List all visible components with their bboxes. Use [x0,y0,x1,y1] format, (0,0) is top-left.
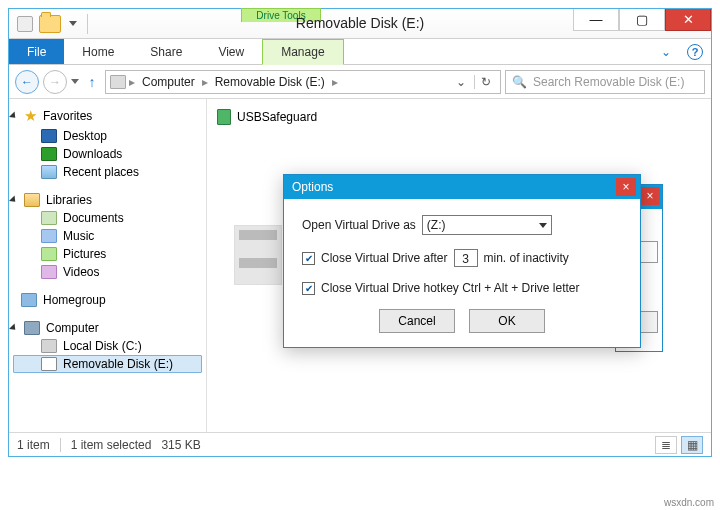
tab-manage[interactable]: Manage [262,39,343,65]
help-icon[interactable]: ? [687,44,703,60]
forward-button[interactable]: → [43,70,67,94]
breadcrumb-computer[interactable]: Computer [138,75,199,89]
sidebar-libraries[interactable]: Libraries [9,191,206,209]
videos-icon [41,265,57,279]
properties-icon[interactable] [17,16,33,32]
hotkey-checkbox[interactable]: ✔ [302,282,315,295]
close-icon[interactable]: × [616,178,636,196]
libraries-icon [24,193,40,207]
options-dialog: Options × Open Virtual Drive as (Z:) ✔ C… [283,174,641,348]
tab-view[interactable]: View [200,39,262,64]
sidebar-favorites[interactable]: ★Favorites [9,105,206,127]
usb-drive-icon [41,357,57,371]
search-placeholder: Search Removable Disk (E:) [533,75,684,89]
computer-icon [24,321,40,335]
drive-icon [110,75,126,89]
sidebar-item-documents[interactable]: Documents [9,209,206,227]
downloads-icon [41,147,57,161]
application-icon [217,109,231,125]
drive-letter-value: (Z:) [427,218,446,232]
expand-ribbon-icon[interactable]: ⌄ [653,39,679,64]
status-selection: 1 item selected [71,438,152,452]
history-dropdown-icon[interactable] [71,79,79,84]
homegroup-icon [21,293,37,307]
details-view-button[interactable]: ≣ [655,436,677,454]
breadcrumb-current[interactable]: Removable Disk (E:) [211,75,329,89]
minutes-input[interactable]: 3 [454,249,478,267]
address-dropdown-icon[interactable]: ⌄ [450,75,472,89]
chevron-right-icon[interactable]: ▸ [331,75,339,89]
tab-file[interactable]: File [9,39,64,64]
file-item[interactable]: USBSafeguard [213,107,413,127]
minimize-button[interactable]: — [573,9,619,31]
separator [87,14,88,34]
search-input[interactable]: 🔍 Search Removable Disk (E:) [505,70,705,94]
drive-tools-label: Drive Tools [241,8,321,22]
sidebar-item-desktop[interactable]: Desktop [9,127,206,145]
close-after-checkbox[interactable]: ✔ [302,252,315,265]
sidebar-homegroup[interactable]: Homegroup [9,291,206,309]
up-button[interactable]: ↑ [83,73,101,91]
search-icon: 🔍 [512,75,527,89]
qat-dropdown-icon[interactable] [69,21,77,26]
folder-icon[interactable] [39,15,61,33]
back-button[interactable]: ← [15,70,39,94]
chevron-right-icon[interactable]: ▸ [201,75,209,89]
navigation-bar: ← → ↑ ▸ Computer ▸ Removable Disk (E:) ▸… [9,65,711,99]
music-icon [41,229,57,243]
open-as-label: Open Virtual Drive as [302,218,416,232]
background-panel [234,225,282,285]
disclosure-triangle-icon[interactable] [9,323,18,332]
tab-share[interactable]: Share [132,39,200,64]
file-name: USBSafeguard [237,110,317,124]
cancel-button[interactable]: Cancel [379,309,455,333]
close-after-label-post: min. of inactivity [484,251,569,265]
quick-access-toolbar [9,9,100,38]
ribbon-tabs: File Home Share View Manage ⌄ ? [9,39,711,65]
desktop-icon [41,129,57,143]
close-after-label-pre: Close Virtual Drive after [321,251,448,265]
hdd-icon [41,339,57,353]
maximize-button[interactable]: ▢ [619,9,665,31]
refresh-icon[interactable]: ↻ [474,75,496,89]
address-bar[interactable]: ▸ Computer ▸ Removable Disk (E:) ▸ ⌄ ↻ [105,70,501,94]
status-bar: 1 item 1 item selected 315 KB ≣ ▦ [9,432,711,456]
disclosure-triangle-icon[interactable] [9,111,18,120]
sidebar-item-videos[interactable]: Videos [9,263,206,281]
close-button[interactable]: ✕ [665,9,711,31]
recent-icon [41,165,57,179]
navigation-sidebar: ★Favorites Desktop Downloads Recent plac… [9,99,207,432]
sidebar-computer[interactable]: Computer [9,319,206,337]
sidebar-item-music[interactable]: Music [9,227,206,245]
options-title: Options [292,180,333,194]
window-buttons: — ▢ ✕ [573,9,711,31]
titlebar: Drive Tools Removable Disk (E:) — ▢ ✕ [9,9,711,39]
drive-letter-select[interactable]: (Z:) [422,215,552,235]
status-size: 315 KB [161,438,200,452]
options-titlebar[interactable]: Options × [284,175,640,199]
close-icon[interactable]: × [640,187,660,205]
status-item-count: 1 item [17,438,50,452]
watermark: wsxdn.com [664,497,714,508]
separator [60,438,61,452]
star-icon: ★ [24,107,37,125]
disclosure-triangle-icon[interactable] [9,195,18,204]
pictures-icon [41,247,57,261]
sidebar-item-removable-disk[interactable]: Removable Disk (E:) [13,355,202,373]
icons-view-button[interactable]: ▦ [681,436,703,454]
ok-button[interactable]: OK [469,309,545,333]
sidebar-item-local-disk[interactable]: Local Disk (C:) [9,337,206,355]
sidebar-item-recent[interactable]: Recent places [9,163,206,181]
documents-icon [41,211,57,225]
hotkey-label: Close Virtual Drive hotkey Ctrl + Alt + … [321,281,580,295]
sidebar-item-downloads[interactable]: Downloads [9,145,206,163]
tab-home[interactable]: Home [64,39,132,64]
contextual-tab-header: Drive Tools [241,8,321,22]
sidebar-item-pictures[interactable]: Pictures [9,245,206,263]
chevron-right-icon[interactable]: ▸ [128,75,136,89]
chevron-down-icon [539,223,547,228]
